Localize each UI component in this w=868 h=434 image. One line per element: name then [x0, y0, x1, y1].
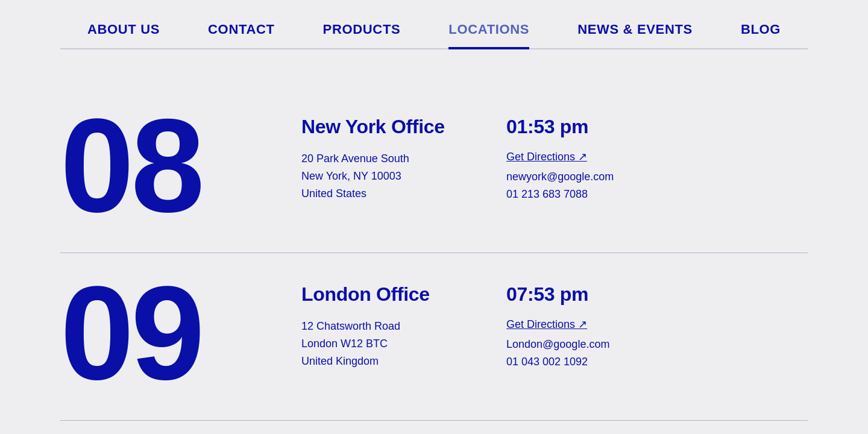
nav-item-products[interactable]: PRODUCTS	[323, 22, 401, 49]
get-directions-ny[interactable]: Get Directions ↗	[506, 150, 675, 163]
nav-item-locations[interactable]: LOCATIONS	[448, 22, 529, 49]
nav-underline	[60, 48, 808, 49]
location-email-ny: newyork@google.com	[506, 168, 675, 186]
location-name-london: London Office	[301, 283, 458, 306]
location-name-ny: New York Office	[301, 116, 458, 138]
nav-item-blog[interactable]: BLOG	[741, 22, 781, 49]
location-entry-ny: 08 New York Office 20 Park Avenue South …	[60, 86, 808, 253]
location-time-london: 07:53 pm	[506, 283, 675, 306]
main-content: 08 New York Office 20 Park Avenue South …	[0, 49, 868, 421]
location-info-london: London Office 12 Chatsworth Road London …	[301, 277, 675, 371]
address-line1-ny: 20 Park Avenue South	[301, 153, 409, 165]
location-right-london: 07:53 pm Get Directions ↗ London@google.…	[506, 283, 675, 371]
get-directions-london[interactable]: Get Directions ↗	[506, 318, 675, 331]
location-phone-ny: 01 213 683 7088	[506, 186, 675, 203]
location-right-ny: 01:53 pm Get Directions ↗ newyork@google…	[506, 116, 675, 203]
location-number-london: 09	[60, 277, 283, 390]
address-line1-london: 12 Chatsworth Road	[301, 320, 400, 332]
nav-container: ABOUT US CONTACT PRODUCTS LOCATIONS NEWS…	[0, 0, 868, 49]
location-email-london: London@google.com	[506, 336, 675, 353]
location-info-ny: New York Office 20 Park Avenue South New…	[301, 110, 675, 203]
address-line3-london: United Kingdom	[301, 355, 379, 367]
nav-active-indicator	[448, 47, 529, 49]
nav-item-news-events[interactable]: NEWS & EVENTS	[577, 22, 693, 49]
location-time-ny: 01:53 pm	[506, 116, 675, 138]
location-left-london: London Office 12 Chatsworth Road London …	[301, 283, 458, 371]
location-number-ny: 08	[60, 110, 283, 222]
nav-bar: ABOUT US CONTACT PRODUCTS LOCATIONS NEWS…	[60, 0, 808, 49]
address-line3-ny: United States	[301, 187, 366, 200]
location-phone-london: 01 043 002 1092	[506, 353, 675, 371]
location-entry-london: 09 London Office 12 Chatsworth Road Lond…	[60, 253, 808, 421]
address-line2-ny: New York, NY 10003	[301, 170, 401, 182]
address-line2-london: London W12 BTC	[301, 338, 388, 350]
location-left-ny: New York Office 20 Park Avenue South New…	[301, 116, 458, 203]
location-address-ny: 20 Park Avenue South New York, NY 10003 …	[301, 150, 458, 202]
location-address-london: 12 Chatsworth Road London W12 BTC United…	[301, 318, 458, 370]
nav-item-about-us[interactable]: ABOUT US	[87, 22, 160, 49]
nav-item-contact[interactable]: CONTACT	[208, 22, 275, 49]
